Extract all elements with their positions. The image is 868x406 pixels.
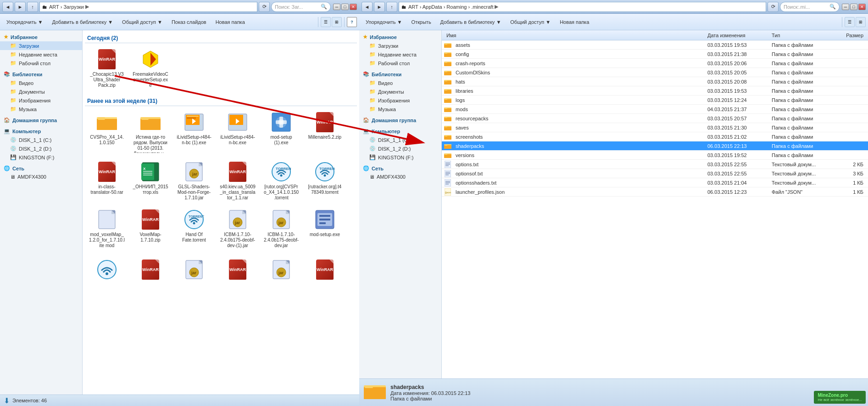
sidebar-item-downloads[interactable]: 📁 Загрузки bbox=[0, 41, 82, 50]
network-header[interactable]: 🌐 Сеть bbox=[0, 164, 82, 173]
list-row[interactable]: options.txt 03.03.2015 22:55 Текстовый д… bbox=[442, 160, 868, 169]
left-view-details-button[interactable]: ☰ bbox=[321, 17, 331, 27]
sidebar-item-desktop[interactable]: 📁 Рабочий стол bbox=[0, 59, 82, 68]
right-sidebar-disk-c[interactable]: 💿 DISK_1_1 (C:) bbox=[359, 135, 441, 144]
left-minimize-button[interactable]: ─ bbox=[333, 4, 340, 10]
file-item-voxelmap-zip[interactable]: WinRAR VoxelMap-1.7.10.zip bbox=[130, 206, 171, 251]
file-item-excel[interactable]: X _ОННИИП_2015тгор.xls bbox=[130, 158, 171, 203]
left-close-button[interactable]: ✕ bbox=[350, 4, 357, 10]
list-row[interactable]: saves 03.03.2015 21:30 Папка с файлами bbox=[442, 123, 868, 132]
right-favorites-header[interactable]: ★ Избранное bbox=[359, 33, 441, 41]
left-slideshow-button[interactable]: Показ слайдов bbox=[167, 16, 211, 28]
right-sidebar-downloads[interactable]: 📁 Загрузки bbox=[359, 41, 441, 50]
right-libraries-header[interactable]: 📚 Библиотеки bbox=[359, 70, 441, 79]
file-item-fate-torrent[interactable]: TORRENT Hand Of Fate.torrent bbox=[173, 206, 215, 251]
sidebar-item-disk-c[interactable]: 💿 DISK_1_1 (C:) bbox=[0, 135, 82, 144]
left-share-button[interactable]: Общий доступ ▼ bbox=[118, 16, 167, 28]
file-item-torrent-rutracker[interactable]: TORRENT [rutracker.org].t478349.torrent bbox=[304, 158, 345, 203]
left-up-button[interactable]: ↑ bbox=[27, 2, 38, 12]
file-item-voxelmap-mod[interactable]: mod_voxelMap_1.2.0_for_1.7.10.lite mod bbox=[86, 206, 128, 251]
sidebar-item-recent[interactable]: 📁 Недавние места bbox=[0, 50, 82, 59]
list-row[interactable]: hats 03.03.2015 20:08 Папка с файлами bbox=[442, 77, 868, 86]
right-forward-button[interactable]: ► bbox=[374, 2, 385, 12]
right-computer-header[interactable]: 💻 Компьютер bbox=[359, 127, 441, 135]
right-sidebar-disk-d[interactable]: 💿 DISK_1_2 (D:) bbox=[359, 144, 441, 153]
left-maximize-button[interactable]: □ bbox=[341, 4, 349, 10]
file-item-millenaire[interactable]: WinRAR Millenaire5.2.zip bbox=[304, 108, 345, 156]
file-item-extra-rar3[interactable]: WinRAR bbox=[304, 256, 345, 285]
favorites-header[interactable]: ★ Избранное bbox=[0, 33, 82, 41]
homegroup-header[interactable]: 🏠 Домашняя группа bbox=[0, 116, 82, 124]
header-type-col[interactable]: Тип bbox=[769, 33, 829, 38]
right-sidebar-amdfx[interactable]: 🖥 AMDFX4300 bbox=[359, 173, 441, 181]
sidebar-item-video[interactable]: 📁 Видео bbox=[0, 79, 82, 87]
list-row[interactable]: mods 04.03.2015 21:37 Папка с файлами bbox=[442, 105, 868, 114]
right-homegroup-header[interactable]: 🏠 Домашняя группа bbox=[359, 116, 441, 124]
file-item-icbm1[interactable]: jar ICBM-1.7.10-2.4.0b175-deobf-dev-(1).… bbox=[217, 206, 258, 251]
file-item-glsl[interactable]: jar GLSL-Shaders-Mod-non-Forge-1.7.10.ja… bbox=[173, 158, 215, 203]
right-sidebar-docs[interactable]: 📁 Документы bbox=[359, 87, 441, 96]
header-size-col[interactable]: Размер bbox=[829, 33, 866, 38]
right-minimize-button[interactable]: ─ bbox=[842, 4, 849, 10]
sidebar-item-kingston[interactable]: 💾 KINGSTON (F:) bbox=[0, 153, 82, 162]
list-row[interactable]: screenshots 03.03.2015 21:02 Папка с фай… bbox=[442, 132, 868, 141]
right-open-button[interactable]: Открыть bbox=[407, 16, 435, 28]
left-add-library-button[interactable]: Добавить в библиотеку ▼ bbox=[48, 16, 117, 28]
list-row[interactable]: versions 03.03.2015 19:52 Папка с файлам… bbox=[442, 151, 868, 160]
right-sidebar-recent[interactable]: 📁 Недавние места bbox=[359, 50, 441, 59]
right-sidebar-desktop[interactable]: 📁 Рабочий стол bbox=[359, 59, 441, 68]
list-row[interactable]: libraries 03.03.2015 19:53 Папка с файла… bbox=[442, 86, 868, 96]
right-sidebar-kingston[interactable]: 💾 KINGSTON (F:) bbox=[359, 153, 441, 162]
left-back-button[interactable]: ◄ bbox=[2, 2, 13, 12]
right-back-button[interactable]: ◄ bbox=[362, 2, 373, 12]
right-address-bar[interactable]: 🖿 ART › AppData › Roaming › .minecraft ▶ bbox=[399, 2, 766, 12]
file-item-extra-rar1[interactable]: WinRAR bbox=[130, 256, 171, 285]
file-item-ilivid2[interactable]: iLividSetup-r484-n-bc.exe bbox=[217, 108, 258, 156]
right-new-folder-button[interactable]: Новая папка bbox=[556, 16, 593, 28]
sidebar-item-amdfx[interactable]: 🖥 AMDFX4300 bbox=[0, 173, 82, 181]
list-row[interactable]: optionsshaders.txt 03.03.2015 21:04 Текс… bbox=[442, 178, 868, 187]
file-item-torrent-rutor[interactable]: TORRENT [rutor.org]CVSPro_X4_14.1.0.150.… bbox=[261, 158, 302, 203]
right-sidebar-music[interactable]: 📁 Музыка bbox=[359, 105, 441, 113]
sidebar-item-disk-d[interactable]: 💿 DISK_1_2 (D:) bbox=[0, 144, 82, 153]
right-search-box[interactable]: Поиск:.mi... 🔍 bbox=[780, 2, 840, 12]
left-organize-button[interactable]: Упорядочить ▼ bbox=[2, 16, 47, 28]
list-row[interactable]: optionsof.txt 03.03.2015 22:55 Текстовый… bbox=[442, 169, 868, 178]
sidebar-item-music[interactable]: 📁 Музыка bbox=[0, 105, 82, 113]
file-item-chocapic[interactable]: WinRAR _Chocapic13 V3 Ultra_Shader Pack.… bbox=[86, 45, 128, 91]
computer-header[interactable]: 💻 Компьютер bbox=[0, 127, 82, 135]
right-network-header[interactable]: 🌐 Сеть bbox=[359, 164, 441, 173]
file-item-extra-jar2[interactable]: jar bbox=[261, 256, 302, 285]
list-row[interactable]: CustomDlSkins 03.03.2015 20:05 Папка с ф… bbox=[442, 68, 868, 77]
list-row[interactable]: resourcepacks 03.03.2015 20:57 Папка с ф… bbox=[442, 114, 868, 123]
right-view-list-button[interactable]: ☰ bbox=[845, 17, 855, 27]
left-search-box[interactable]: Поиск: Заг... 🔍 bbox=[271, 2, 331, 12]
file-item-extra-torrent1[interactable] bbox=[86, 256, 128, 285]
right-add-library-button[interactable]: Добавить в библиотеку ▼ bbox=[436, 16, 506, 28]
list-row[interactable]: logs 03.03.2015 12:24 Папка с файлами bbox=[442, 96, 868, 105]
left-view-icons-button[interactable]: ⊞ bbox=[332, 17, 342, 27]
file-item-freemake[interactable]: FreemakeVideoConverterSetup.exe bbox=[130, 45, 171, 91]
file-item-s40[interactable]: WinRAR s40.kiev.ua_5009_in_class_transla… bbox=[217, 158, 258, 203]
list-row[interactable]: config 03.03.2015 21:38 Папка с файлами bbox=[442, 50, 868, 59]
sidebar-item-images[interactable]: 📁 Изображения bbox=[0, 96, 82, 105]
file-item-cvspro[interactable]: CVSPro_X4_14.1.0.150 bbox=[86, 108, 128, 156]
right-share-button[interactable]: Общий доступ ▼ bbox=[506, 16, 555, 28]
file-item-istina[interactable]: Истина где-то рядом. Выпуски 01-50 (2013… bbox=[130, 108, 171, 156]
right-refresh-button[interactable]: ⟳ bbox=[768, 2, 779, 12]
header-name-col[interactable]: Имя bbox=[444, 33, 705, 38]
right-view-extra-button[interactable]: ⊞ bbox=[856, 17, 866, 27]
left-address-bar[interactable]: 🖿 ART › Загрузки ▶ bbox=[39, 2, 257, 12]
header-date-col[interactable]: Дата изменения bbox=[705, 33, 769, 38]
file-item-inclass[interactable]: WinRAR in-class-translator-50.rar bbox=[86, 158, 128, 203]
right-up-button[interactable]: ↑ bbox=[386, 2, 397, 12]
list-row[interactable]: {json} launcher_profiles.json 06.03.2015… bbox=[442, 187, 868, 197]
list-row[interactable]: assets 03.03.2015 19:53 Папка с файлами bbox=[442, 40, 868, 50]
sidebar-item-docs[interactable]: 📁 Документы bbox=[0, 87, 82, 96]
file-item-modsetup1[interactable]: mod-setup (1).exe bbox=[261, 108, 302, 156]
file-item-ilivid1[interactable]: iLividSetup-r484-n-bc (1).exe bbox=[173, 108, 215, 156]
right-close-button[interactable]: ✕ bbox=[858, 4, 866, 10]
file-item-extra-rar2[interactable]: WinRAR bbox=[217, 256, 258, 285]
right-sidebar-images[interactable]: 📁 Изображения bbox=[359, 96, 441, 105]
libraries-header[interactable]: 📚 Библиотеки bbox=[0, 70, 82, 79]
